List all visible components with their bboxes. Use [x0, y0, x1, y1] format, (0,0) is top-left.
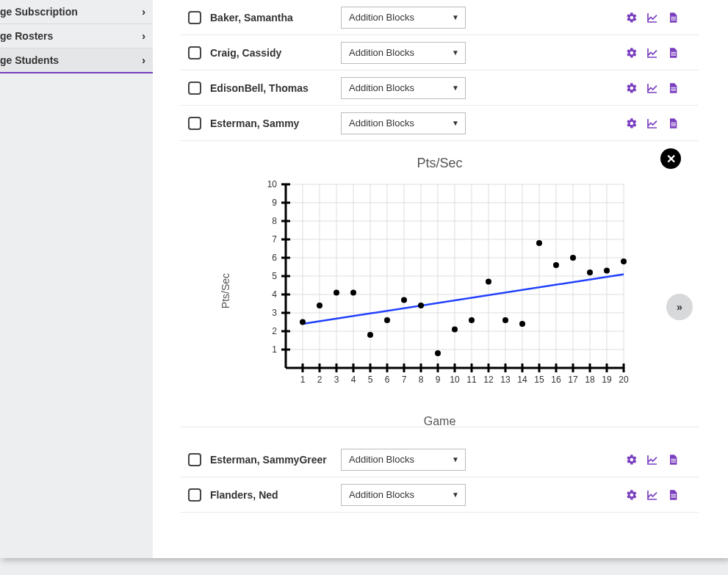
activity-select[interactable]: Addition Blocks ▼ — [341, 77, 466, 99]
row-actions — [625, 488, 680, 502]
svg-text:1: 1 — [272, 344, 277, 355]
document-icon[interactable] — [666, 117, 680, 130]
svg-text:10: 10 — [267, 179, 277, 189]
sidebar-item-rosters[interactable]: ge Rosters › — [0, 24, 153, 48]
svg-text:3: 3 — [334, 375, 339, 385]
caret-down-icon: ▼ — [452, 84, 459, 92]
activity-select[interactable]: Addition Blocks ▼ — [341, 449, 466, 471]
table-row: Flanders, Ned Addition Blocks ▼ — [181, 477, 699, 513]
chevron-right-icon: › — [142, 54, 145, 66]
sidebar-label: ge Subscription — [0, 6, 78, 18]
scatter-plot: 1234567891012345678910111213141516171819… — [242, 177, 638, 390]
checkbox[interactable] — [188, 46, 201, 59]
sidebar-label: ge Rosters — [0, 30, 53, 42]
student-name: Craig, Cassidy — [210, 47, 341, 59]
checkbox[interactable] — [188, 488, 201, 502]
document-icon[interactable] — [666, 11, 680, 24]
svg-line-92 — [303, 275, 624, 325]
svg-text:6: 6 — [384, 375, 389, 385]
gear-icon[interactable] — [625, 46, 638, 59]
checkbox[interactable] — [188, 453, 201, 466]
document-icon[interactable] — [666, 46, 680, 59]
checkbox[interactable] — [188, 117, 201, 130]
svg-text:15: 15 — [534, 375, 544, 385]
activity-select[interactable]: Addition Blocks ▼ — [341, 7, 466, 29]
svg-point-99 — [401, 297, 407, 303]
svg-point-102 — [452, 327, 458, 333]
activity-select[interactable]: Addition Blocks ▼ — [341, 112, 466, 134]
svg-point-93 — [300, 319, 306, 325]
student-name: Flanders, Ned — [210, 489, 341, 501]
svg-text:8: 8 — [272, 216, 277, 226]
select-value: Addition Blocks — [349, 489, 414, 500]
row-actions — [625, 117, 680, 130]
svg-text:18: 18 — [585, 375, 595, 385]
document-icon[interactable] — [666, 82, 680, 95]
chart-icon[interactable] — [646, 82, 659, 95]
student-name: Esterman, Sammy — [210, 117, 341, 129]
svg-point-110 — [587, 270, 593, 275]
row-actions — [625, 82, 680, 95]
svg-point-96 — [350, 290, 356, 296]
select-value: Addition Blocks — [349, 82, 414, 93]
svg-point-97 — [367, 332, 373, 338]
svg-text:11: 11 — [466, 375, 477, 385]
svg-text:4: 4 — [272, 289, 277, 300]
chart-icon[interactable] — [646, 117, 659, 130]
main-content: Baker, Samantha Addition Blocks ▼ Craig,… — [153, 0, 728, 558]
document-icon[interactable] — [666, 453, 680, 466]
checkbox[interactable] — [188, 11, 201, 24]
svg-point-104 — [486, 279, 491, 285]
next-chart-icon[interactable]: » — [666, 294, 693, 320]
svg-text:13: 13 — [500, 375, 511, 385]
gear-icon[interactable] — [625, 488, 638, 502]
svg-point-106 — [519, 321, 525, 327]
svg-point-103 — [469, 317, 475, 323]
svg-text:4: 4 — [350, 375, 356, 385]
sidebar: ge Subscription › ge Rosters › ge Studen… — [0, 0, 153, 558]
activity-select[interactable]: Addition Blocks ▼ — [341, 484, 466, 506]
sidebar-item-subscription[interactable]: ge Subscription › — [0, 0, 153, 24]
student-name: Esterman, SammyGreer — [210, 454, 341, 466]
gear-icon[interactable] — [625, 453, 638, 466]
student-name: Baker, Samantha — [210, 12, 341, 23]
svg-text:9: 9 — [272, 198, 277, 208]
chart-icon[interactable] — [646, 11, 659, 24]
svg-point-107 — [536, 240, 542, 246]
svg-text:16: 16 — [551, 375, 561, 385]
caret-down-icon: ▼ — [452, 491, 459, 499]
svg-text:2: 2 — [272, 326, 277, 336]
document-icon[interactable] — [666, 488, 680, 502]
gear-icon[interactable] — [625, 117, 638, 130]
activity-select[interactable]: Addition Blocks ▼ — [341, 42, 466, 64]
svg-point-109 — [570, 255, 576, 261]
close-icon[interactable]: ✕ — [660, 148, 681, 169]
svg-point-112 — [621, 258, 627, 264]
chart-icon[interactable] — [646, 46, 659, 59]
svg-text:6: 6 — [272, 253, 277, 263]
caret-down-icon: ▼ — [452, 455, 459, 463]
svg-text:1: 1 — [300, 375, 305, 385]
svg-text:5: 5 — [367, 375, 372, 385]
table-row: Craig, Cassidy Addition Blocks ▼ — [181, 35, 699, 70]
row-actions — [625, 11, 680, 24]
svg-point-95 — [334, 290, 339, 296]
svg-text:7: 7 — [401, 375, 406, 385]
gear-icon[interactable] — [625, 11, 638, 24]
svg-text:12: 12 — [483, 375, 494, 385]
checkbox[interactable] — [188, 82, 201, 95]
chart-xlabel: Game — [242, 415, 638, 428]
sidebar-item-students[interactable]: ge Students › — [0, 48, 153, 73]
svg-point-111 — [604, 268, 610, 274]
table-row: Baker, Samantha Addition Blocks ▼ — [181, 0, 699, 35]
caret-down-icon: ▼ — [452, 48, 459, 57]
caret-down-icon: ▼ — [452, 13, 459, 21]
gear-icon[interactable] — [625, 82, 638, 95]
chart-icon[interactable] — [646, 488, 659, 502]
svg-text:8: 8 — [418, 375, 423, 385]
svg-point-108 — [553, 262, 559, 268]
chart-icon[interactable] — [646, 453, 659, 466]
select-value: Addition Blocks — [349, 117, 414, 129]
svg-point-101 — [435, 350, 441, 356]
select-value: Addition Blocks — [349, 454, 414, 465]
